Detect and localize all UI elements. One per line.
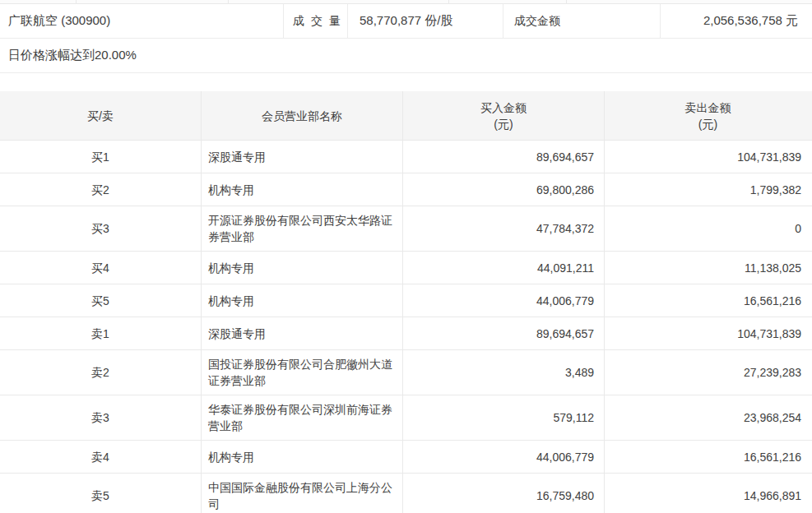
buy-amount-cell: 44,006,779 [403,441,605,473]
side-cell: 买2 [0,173,202,206]
header-sell-amount: 卖出金额 (元) [605,91,811,140]
broker-cell: 深股通专用 [202,141,403,173]
table-body: 买1深股通专用89,694,657104,731,839买2机构专用69,800… [0,141,812,513]
stock-title: 广联航空 (300900) [0,4,284,38]
volume-label: 成交量 [284,4,348,38]
header-broker-label: 会员营业部名称 [262,108,342,124]
sell-amount-cell: 11,138,025 [605,252,811,284]
table-row: 买3开源证券股份有限公司西安太华路证券营业部47,784,3720 [0,206,812,252]
side-cell: 卖5 [0,474,202,513]
buy-amount-cell: 47,784,372 [403,206,605,251]
table-row: 卖1深股通专用89,694,657104,731,839 [0,317,812,350]
buy-amount-cell: 16,759,480 [403,474,605,513]
buy-amount-cell: 579,112 [403,395,605,440]
table-row: 卖4机构专用44,006,77916,561,216 [0,441,812,474]
table-row: 买2机构专用69,800,2861,799,382 [0,173,812,206]
buy-amount-cell: 89,694,657 [403,141,605,173]
price-limit-notice: 日价格涨幅达到20.00% [0,39,812,73]
broker-table: 买/卖 会员营业部名称 买入金额 (元) 卖出金额 (元) 买1深股通专用89,… [0,91,812,513]
divider [448,0,449,3]
volume-value: 58,770,877 份/股 [348,4,503,38]
side-cell: 卖3 [0,395,202,440]
side-cell: 买3 [0,206,202,251]
header-sell-unit: (元) [698,116,717,132]
side-cell: 卖1 [0,317,202,349]
header-buy-label: 买入金额 [480,99,527,116]
broker-cell: 机构专用 [202,284,403,317]
side-cell: 买5 [0,284,202,317]
sell-amount-cell: 104,731,839 [605,317,811,349]
sell-amount-cell: 104,731,839 [605,141,811,173]
broker-cell: 深股通专用 [202,317,403,349]
divider [566,0,567,3]
table-row: 买1深股通专用89,694,657104,731,839 [0,141,812,173]
broker-cell: 中国国际金融股份有限公司上海分公司 [202,474,403,513]
sell-amount-cell: 14,966,891 [605,474,811,513]
turnover-value: 2,056,536,758 元 [661,4,811,38]
buy-amount-cell: 89,694,657 [403,317,605,349]
broker-cell: 华泰证券股份有限公司深圳前海证券营业部 [202,395,403,440]
divider [76,0,77,3]
header-side-label: 买/卖 [87,108,114,124]
sell-amount-cell: 23,968,254 [605,395,811,440]
header-sell-label: 卖出金额 [685,99,731,116]
table-header-row: 买/卖 会员营业部名称 买入金额 (元) 卖出金额 (元) [0,91,812,141]
turnover-label: 成交金额 [503,4,661,38]
header-broker: 会员营业部名称 [202,91,403,140]
table-row: 买5机构专用44,006,77916,561,216 [0,284,812,317]
buy-amount-cell: 44,006,779 [403,284,605,317]
sell-amount-cell: 27,239,283 [605,350,811,395]
table-row: 卖3华泰证券股份有限公司深圳前海证券营业部579,11223,968,254 [0,395,812,441]
table-row: 卖5中国国际金融股份有限公司上海分公司16,759,48014,966,891 [0,474,812,513]
header-buy-amount: 买入金额 (元) [403,91,605,140]
page: 广联航空 (300900) 成交量 58,770,877 份/股 成交金额 2,… [0,0,812,513]
sell-amount-cell: 16,561,216 [605,284,811,317]
buy-amount-cell: 69,800,286 [403,173,605,206]
section-gap [0,73,812,91]
summary-row: 广联航空 (300900) 成交量 58,770,877 份/股 成交金额 2,… [0,4,812,39]
sell-amount-cell: 0 [605,206,811,251]
header-side: 买/卖 [0,91,202,140]
side-cell: 买4 [0,252,202,284]
buy-amount-cell: 44,091,211 [403,252,605,284]
broker-cell: 国投证券股份有限公司合肥徽州大道证券营业部 [202,350,403,395]
table-row: 卖2国投证券股份有限公司合肥徽州大道证券营业部3,48927,239,283 [0,350,812,395]
table-row: 买4机构专用44,091,21111,138,025 [0,252,812,284]
side-cell: 买1 [0,141,202,173]
cropped-row-above [0,0,812,4]
broker-cell: 开源证券股份有限公司西安太华路证券营业部 [202,206,403,251]
broker-cell: 机构专用 [202,252,403,284]
sell-amount-cell: 1,799,382 [605,173,811,206]
side-cell: 卖4 [0,441,202,473]
broker-cell: 机构专用 [202,441,403,473]
sell-amount-cell: 16,561,216 [605,441,811,473]
header-buy-unit: (元) [494,116,513,132]
side-cell: 卖2 [0,350,202,395]
divider [228,0,229,3]
broker-cell: 机构专用 [202,173,403,206]
buy-amount-cell: 3,489 [403,350,605,395]
